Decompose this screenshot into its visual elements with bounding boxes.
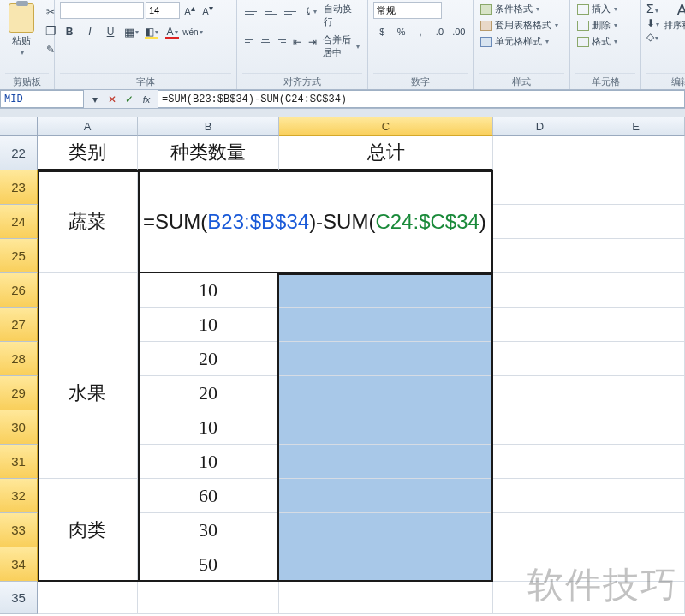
cell-e30[interactable] xyxy=(587,410,685,445)
row-header-34[interactable]: 34 xyxy=(0,547,38,582)
row-header-33[interactable]: 33 xyxy=(0,513,38,547)
cell-e26[interactable] xyxy=(587,273,685,308)
cell-e34[interactable] xyxy=(587,547,685,582)
cell-e27[interactable] xyxy=(587,308,685,342)
row-header-22[interactable]: 22 xyxy=(0,136,38,170)
cell-b32[interactable]: 60 xyxy=(138,479,279,513)
number-format-select[interactable] xyxy=(373,2,442,19)
cell-d34[interactable] xyxy=(493,547,587,582)
cell-e35[interactable] xyxy=(587,582,685,614)
autosum-button[interactable]: Σ▾ xyxy=(646,2,659,15)
row-header-25[interactable]: 25 xyxy=(0,239,38,273)
cell-c27[interactable] xyxy=(279,308,493,342)
cell-a29[interactable]: 水果 xyxy=(38,376,138,410)
indent-inc-button[interactable]: ⇥ xyxy=(306,33,319,51)
col-header-e[interactable]: E xyxy=(587,117,685,136)
cell-a27[interactable] xyxy=(38,308,138,342)
cell-d24[interactable] xyxy=(493,205,587,239)
cell-a22[interactable]: 类别 xyxy=(38,136,138,170)
cell-a33[interactable]: 肉类 xyxy=(38,513,138,547)
cell-c35[interactable] xyxy=(279,582,493,614)
cancel-button[interactable]: ✕ xyxy=(104,92,120,107)
phonetic-button[interactable]: wén▾ xyxy=(183,22,202,41)
paste-button[interactable]: 粘贴 ▾ xyxy=(5,2,38,58)
row-header-27[interactable]: 27 xyxy=(0,308,38,342)
cell-b31[interactable]: 10 xyxy=(138,445,279,479)
table-format-button[interactable]: 套用表格格式▾ xyxy=(479,18,564,33)
cell-e22[interactable] xyxy=(587,136,685,170)
row-header-29[interactable]: 29 xyxy=(0,376,38,410)
wrap-text-button[interactable]: 自动换行 xyxy=(321,2,362,29)
cell-d27[interactable] xyxy=(493,308,587,342)
cell-a32[interactable] xyxy=(38,479,138,513)
cell-a23[interactable] xyxy=(38,170,138,205)
name-box[interactable] xyxy=(0,90,84,108)
border-button[interactable]: ▦▾ xyxy=(122,22,140,41)
row-header-24[interactable]: 24 xyxy=(0,205,38,239)
cell-b29[interactable]: 20 xyxy=(138,376,279,410)
cell-a24[interactable]: 蔬菜 xyxy=(38,205,138,239)
cell-d25[interactable] xyxy=(493,239,587,273)
formula-input[interactable] xyxy=(158,90,685,108)
cell-e29[interactable] xyxy=(587,376,685,410)
row-header-31[interactable]: 31 xyxy=(0,445,38,479)
row-header-26[interactable]: 26 xyxy=(0,273,38,308)
cell-d32[interactable] xyxy=(493,479,587,513)
cell-d29[interactable] xyxy=(493,376,587,410)
cell-b28[interactable]: 20 xyxy=(138,342,279,376)
cell-a34[interactable] xyxy=(38,547,138,582)
cell-a26[interactable] xyxy=(38,273,138,308)
cell-a28[interactable] xyxy=(38,342,138,376)
font-name-select[interactable] xyxy=(60,2,144,19)
cell-a35[interactable] xyxy=(38,582,138,614)
cell-c33[interactable] xyxy=(279,513,493,547)
cell-e33[interactable] xyxy=(587,513,685,547)
cell-b22[interactable]: 种类数量 xyxy=(138,136,279,170)
cell-c30[interactable] xyxy=(279,410,493,445)
grow-font-button[interactable]: A▴ xyxy=(182,3,198,18)
comma-button[interactable]: , xyxy=(412,22,429,41)
cell-d30[interactable] xyxy=(493,410,587,445)
percent-button[interactable]: % xyxy=(392,22,409,41)
enter-button[interactable]: ✓ xyxy=(122,92,137,107)
row-header-35[interactable]: 35 xyxy=(0,582,38,614)
col-header-b[interactable]: B xyxy=(138,117,279,136)
align-middle-button[interactable] xyxy=(262,2,280,21)
cell-d22[interactable] xyxy=(493,136,587,170)
font-color-button[interactable]: A▾ xyxy=(163,22,182,41)
cell-d33[interactable] xyxy=(493,513,587,547)
col-header-d[interactable]: D xyxy=(493,117,587,136)
underline-button[interactable]: U xyxy=(101,22,120,41)
cell-c32[interactable] xyxy=(279,479,493,513)
clear-button[interactable]: ◇▾ xyxy=(646,31,659,43)
col-header-a[interactable]: A xyxy=(38,117,138,136)
col-header-c[interactable]: C xyxy=(279,117,493,136)
row-header-28[interactable]: 28 xyxy=(0,342,38,376)
cell-e28[interactable] xyxy=(587,342,685,376)
cell-e32[interactable] xyxy=(587,479,685,513)
orientation-button[interactable]: ⤹▾ xyxy=(301,2,319,21)
bold-button[interactable]: B xyxy=(60,22,79,41)
row-header-30[interactable]: 30 xyxy=(0,410,38,445)
fx-button[interactable]: fx xyxy=(139,92,154,107)
currency-button[interactable]: $ xyxy=(373,22,390,41)
cell-c31[interactable] xyxy=(279,445,493,479)
cell-e23[interactable] xyxy=(587,170,685,205)
sort-filter-button[interactable]: A↓ 排序和筛选 xyxy=(664,2,685,32)
fill-button[interactable]: ⬇▾ xyxy=(646,17,659,29)
align-bottom-button[interactable] xyxy=(282,2,300,21)
cell-d28[interactable] xyxy=(493,342,587,376)
delete-button[interactable]: 删除▾ xyxy=(575,18,635,33)
format-button[interactable]: 格式▾ xyxy=(575,34,635,49)
cell-e25[interactable] xyxy=(587,239,685,273)
cell-b27[interactable]: 10 xyxy=(138,308,279,342)
inc-decimal-button[interactable]: .0 xyxy=(431,22,448,41)
align-top-button[interactable] xyxy=(242,2,260,21)
cell-b30[interactable]: 10 xyxy=(138,410,279,445)
dec-decimal-button[interactable]: .00 xyxy=(450,22,468,41)
cell-style-button[interactable]: 单元格样式▾ xyxy=(479,34,564,49)
cell-e31[interactable] xyxy=(587,445,685,479)
cell-a30[interactable] xyxy=(38,410,138,445)
fill-color-button[interactable]: ◧▾ xyxy=(142,22,161,41)
cell-c34[interactable] xyxy=(279,547,493,582)
